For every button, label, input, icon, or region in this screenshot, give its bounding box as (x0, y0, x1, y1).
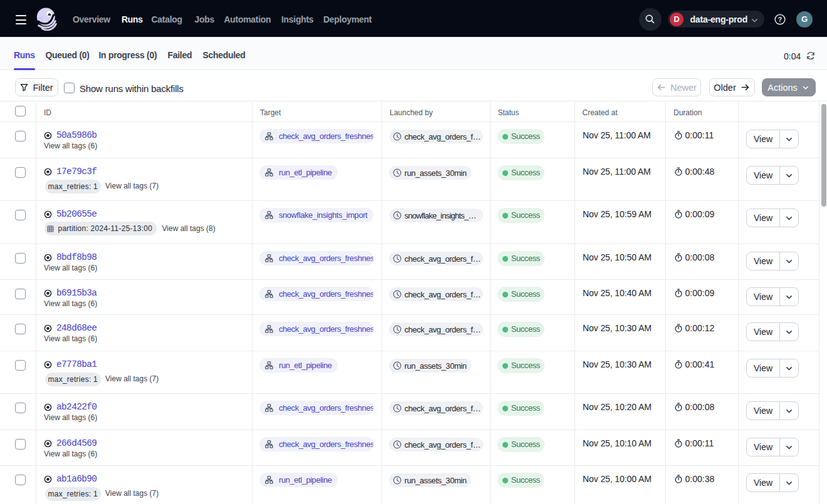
svg-text:?: ? (778, 16, 782, 23)
